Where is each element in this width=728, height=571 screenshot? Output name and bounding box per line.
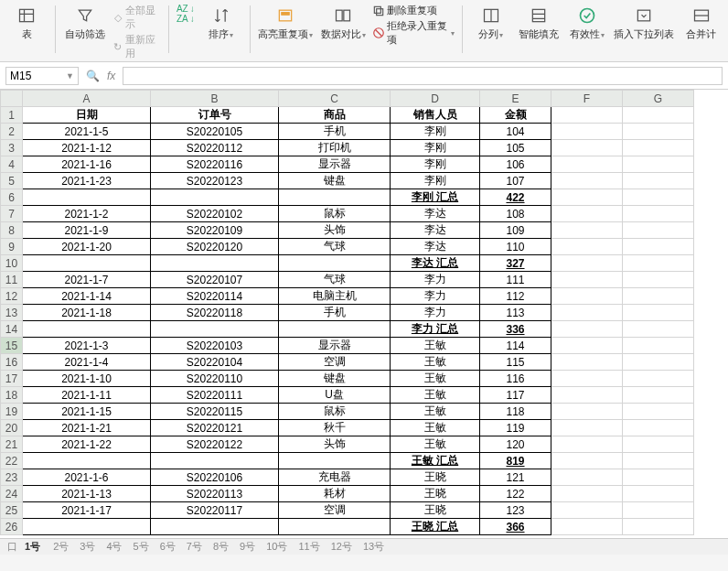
row-header[interactable]: 12 (1, 288, 23, 305)
cell[interactable]: 王敏 (391, 371, 480, 387)
cell[interactable] (551, 107, 623, 124)
cell[interactable]: 2021-1-18 (23, 305, 151, 321)
row-header[interactable]: 3 (1, 140, 23, 156)
cell[interactable]: 金额 (480, 107, 551, 124)
cell[interactable]: 2021-1-23 (23, 173, 151, 189)
cell[interactable] (551, 156, 623, 173)
cell[interactable]: 327 (480, 255, 551, 272)
cell[interactable]: 鼠标 (279, 206, 391, 222)
spreadsheet-area[interactable]: ABCDEFG1日期订单号商品销售人员金额22021-1-5S20220105手… (0, 90, 728, 555)
cell[interactable] (623, 140, 694, 156)
split-button[interactable]: 分列▾ (470, 4, 512, 57)
cell[interactable]: 2021-1-4 (23, 354, 151, 371)
cell[interactable]: 2021-1-20 (23, 239, 151, 255)
cell[interactable]: 115 (480, 354, 551, 371)
cell[interactable] (151, 453, 279, 469)
cell[interactable]: S20220122 (151, 436, 279, 453)
row-header[interactable]: 7 (1, 206, 23, 222)
cell[interactable] (623, 502, 694, 519)
cell[interactable] (151, 321, 279, 338)
fx-icon[interactable]: fx (107, 70, 115, 82)
cell[interactable] (623, 519, 694, 535)
cell[interactable] (151, 189, 279, 206)
cell[interactable] (551, 387, 623, 404)
row-header[interactable]: 21 (1, 436, 23, 453)
cell[interactable]: 2021-1-11 (23, 387, 151, 404)
sheet-tab[interactable]: 9号 (240, 541, 255, 552)
cell[interactable]: 李力 (391, 272, 480, 288)
cell[interactable]: 109 (480, 222, 551, 239)
cell[interactable] (623, 387, 694, 404)
col-header-G[interactable]: G (623, 91, 694, 107)
cell[interactable]: 日期 (23, 107, 151, 124)
cell[interactable]: 显示器 (279, 338, 391, 354)
cell[interactable]: 2021-1-3 (23, 338, 151, 354)
cell[interactable]: S20220109 (151, 222, 279, 239)
row-header[interactable]: 2 (1, 124, 23, 140)
cell[interactable] (23, 189, 151, 206)
row-header[interactable]: 19 (1, 404, 23, 420)
cell[interactable] (551, 173, 623, 189)
cell[interactable]: S20220111 (151, 387, 279, 404)
cell[interactable]: S20220102 (151, 206, 279, 222)
cell[interactable]: S20220112 (151, 140, 279, 156)
cell[interactable]: S20220123 (151, 173, 279, 189)
cell[interactable]: 李达 (391, 206, 480, 222)
cell[interactable]: 2021-1-14 (23, 288, 151, 305)
sheet-tab[interactable]: 2号 (53, 541, 69, 552)
col-header-E[interactable]: E (480, 91, 551, 107)
cell[interactable]: 键盘 (279, 371, 391, 387)
cell[interactable] (623, 189, 694, 206)
sort-desc-button[interactable]: ZA↓ (177, 14, 195, 24)
name-box[interactable]: M15▼ (5, 67, 79, 85)
cell[interactable] (623, 156, 694, 173)
row-header[interactable]: 26 (1, 519, 23, 535)
cell[interactable]: 113 (480, 305, 551, 321)
cell[interactable] (551, 519, 623, 535)
cell[interactable]: 王敏 (391, 338, 480, 354)
cell[interactable]: 李刚 (391, 124, 480, 140)
col-header-C[interactable]: C (279, 91, 391, 107)
cell[interactable]: 121 (480, 469, 551, 486)
tab-scroll[interactable]: 口 (7, 540, 17, 554)
cell[interactable] (551, 288, 623, 305)
col-header-B[interactable]: B (151, 91, 279, 107)
cell[interactable]: 商品 (279, 107, 391, 124)
cell[interactable] (551, 305, 623, 321)
cell[interactable]: 充电器 (279, 469, 391, 486)
row-header[interactable]: 20 (1, 420, 23, 436)
cell[interactable]: 2021-1-9 (23, 222, 151, 239)
smartfill-button[interactable]: 智能填充 (518, 4, 561, 57)
cell[interactable]: 李刚 (391, 156, 480, 173)
cell[interactable]: 李达 汇总 (391, 255, 480, 272)
cell[interactable]: 王晓 (391, 469, 480, 486)
cell[interactable]: 2021-1-12 (23, 140, 151, 156)
cell[interactable]: 王晓 (391, 486, 480, 502)
cell[interactable]: 118 (480, 404, 551, 420)
sheet-tab[interactable]: 6号 (160, 541, 176, 552)
cell[interactable] (279, 453, 391, 469)
cell[interactable] (551, 206, 623, 222)
cell[interactable]: 耗材 (279, 486, 391, 502)
cell[interactable]: 王晓 (391, 502, 480, 519)
row-header[interactable]: 10 (1, 255, 23, 272)
cell[interactable]: 王敏 (391, 404, 480, 420)
cell[interactable] (623, 321, 694, 338)
cell[interactable] (623, 239, 694, 255)
cell[interactable]: 336 (480, 321, 551, 338)
cell[interactable] (551, 239, 623, 255)
sheet-tab[interactable]: 4号 (106, 541, 122, 552)
cell[interactable] (23, 255, 151, 272)
cell[interactable] (279, 189, 391, 206)
cell[interactable]: 105 (480, 140, 551, 156)
row-header[interactable]: 13 (1, 305, 23, 321)
insert-dropdown-button[interactable]: 插入下拉列表 (614, 4, 675, 57)
cell[interactable]: 111 (480, 272, 551, 288)
cell[interactable]: 李刚 (391, 140, 480, 156)
cell[interactable]: 气球 (279, 272, 391, 288)
sheet-tab[interactable]: 5号 (134, 541, 149, 552)
select-all-corner[interactable] (1, 91, 23, 107)
cell[interactable]: 120 (480, 436, 551, 453)
cell[interactable]: 销售人员 (391, 107, 480, 124)
cell[interactable]: 2021-1-17 (23, 502, 151, 519)
